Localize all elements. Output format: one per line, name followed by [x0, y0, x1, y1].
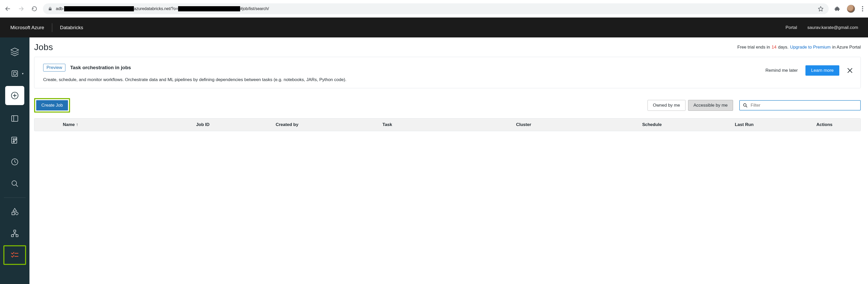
data-nav[interactable] [4, 203, 26, 221]
databricks-logo-icon[interactable] [4, 43, 26, 61]
col-cluster[interactable]: Cluster [443, 118, 604, 131]
owned-by-me-toggle[interactable]: Owned by me [648, 100, 685, 111]
svg-point-15 [15, 139, 17, 140]
preview-tag: Preview [43, 64, 65, 72]
extensions-button[interactable] [834, 6, 840, 12]
stack-icon [10, 47, 20, 57]
star-icon [818, 6, 824, 12]
banner-title: Task orchestration in jobs [70, 65, 131, 70]
bookmark-button[interactable] [818, 6, 824, 12]
clock-icon [10, 158, 19, 166]
create-button[interactable] [5, 86, 24, 105]
svg-rect-11 [12, 116, 18, 121]
sidebar: ▾ [0, 37, 29, 284]
address-bar[interactable]: adb- azuredatabricks.net/?o= #job/list/s… [43, 3, 829, 14]
browser-nav-buttons [5, 6, 37, 12]
kebab-menu-icon [862, 6, 863, 12]
trial-days-suffix: days. [778, 45, 788, 50]
close-icon [847, 68, 853, 73]
main-content: Jobs Free trial ends in 14 days. Upgrade… [29, 37, 868, 284]
jobs-nav[interactable] [4, 246, 26, 264]
col-name[interactable]: Name [34, 118, 163, 131]
col-schedule[interactable]: Schedule [604, 118, 700, 131]
compute-nav[interactable] [4, 224, 26, 243]
address-text: adb- azuredatabricks.net/?o= #job/list/s… [56, 6, 269, 11]
svg-point-5 [862, 10, 863, 11]
workspace-nav[interactable] [4, 109, 26, 128]
svg-point-22 [16, 212, 18, 215]
svg-line-27 [12, 234, 15, 235]
svg-point-14 [13, 139, 14, 140]
workspace-switcher[interactable]: ▾ [4, 64, 26, 83]
redacted-segment [178, 6, 240, 11]
jobs-toolbar: Create Job Owned by me Accessible by me [34, 98, 861, 113]
svg-rect-24 [11, 235, 13, 237]
svg-point-18 [12, 181, 17, 185]
svg-marker-6 [11, 48, 19, 52]
upgrade-link[interactable]: Upgrade to Premium [790, 45, 831, 50]
trial-suffix: in Azure Portal [832, 45, 861, 50]
reload-icon [32, 6, 37, 12]
svg-line-34 [746, 106, 747, 107]
git-branch-icon [10, 136, 19, 144]
browser-menu-button[interactable] [862, 6, 863, 12]
recents-nav[interactable] [4, 152, 26, 171]
svg-rect-25 [16, 235, 18, 237]
create-job-button[interactable]: Create Job [36, 100, 68, 110]
col-actions[interactable]: Actions [788, 118, 861, 131]
svg-rect-23 [14, 230, 16, 232]
letter-d-icon [11, 70, 19, 77]
col-job-id[interactable]: Job ID [163, 118, 243, 131]
create-job-highlight: Create Job [34, 98, 70, 113]
arrow-left-icon [5, 6, 11, 12]
portal-link[interactable]: Portal [785, 25, 797, 30]
cluster-icon [10, 229, 19, 238]
browser-toolbar: adb- azuredatabricks.net/?o= #job/list/s… [0, 0, 868, 17]
col-created-by[interactable]: Created by [243, 118, 331, 131]
plus-circle-icon [10, 91, 19, 100]
svg-rect-21 [12, 212, 14, 215]
filter-input[interactable] [750, 103, 857, 108]
brand-primary: Microsoft Azure [10, 25, 44, 31]
svg-point-3 [862, 6, 863, 7]
trial-days: 14 [772, 45, 776, 50]
browser-right-controls [834, 5, 863, 13]
jobs-table: Name Job ID Created by Task Cluster Sche… [34, 118, 861, 131]
close-banner-button[interactable] [847, 68, 853, 73]
page-title: Jobs [34, 42, 53, 52]
checklist-icon [10, 251, 19, 259]
sidebar-separator [4, 198, 26, 198]
table-header-row: Name Job ID Created by Task Cluster Sche… [34, 118, 861, 131]
svg-marker-2 [818, 6, 823, 11]
trial-notice: Free trial ends in 14 days. Upgrade to P… [737, 45, 861, 50]
lock-icon [48, 7, 52, 11]
reload-button[interactable] [32, 6, 37, 12]
search-icon [10, 179, 19, 188]
panel-icon [10, 114, 19, 122]
col-task[interactable]: Task [331, 118, 443, 131]
brand-secondary: Databricks [60, 25, 83, 31]
preview-banner: Preview Task orchestration in jobs Creat… [34, 57, 861, 88]
repos-nav[interactable] [4, 131, 26, 149]
search-nav[interactable] [4, 174, 26, 193]
col-last-run[interactable]: Last Run [700, 118, 788, 131]
remind-later-button[interactable]: Remind me later [765, 68, 798, 73]
shapes-icon [10, 207, 19, 216]
back-button[interactable] [5, 6, 11, 12]
svg-marker-20 [13, 208, 17, 211]
learn-more-button[interactable]: Learn more [805, 65, 839, 76]
puzzle-icon [834, 6, 840, 12]
accessible-by-me-toggle[interactable]: Accessible by me [688, 100, 733, 111]
brand-divider [52, 23, 52, 32]
arrow-right-icon [18, 6, 24, 12]
app-header: Microsoft Azure Databricks Portal saurav… [0, 17, 868, 37]
trial-prefix: Free trial ends in [737, 45, 770, 50]
chevron-down-icon: ▾ [22, 72, 24, 75]
profile-avatar[interactable] [847, 5, 855, 13]
user-email[interactable]: saurav.karate@gmail.com [807, 25, 858, 30]
filter-field[interactable] [739, 100, 861, 110]
forward-button[interactable] [18, 6, 24, 12]
svg-point-4 [862, 8, 863, 9]
svg-line-19 [16, 185, 18, 187]
redacted-segment [64, 6, 134, 11]
